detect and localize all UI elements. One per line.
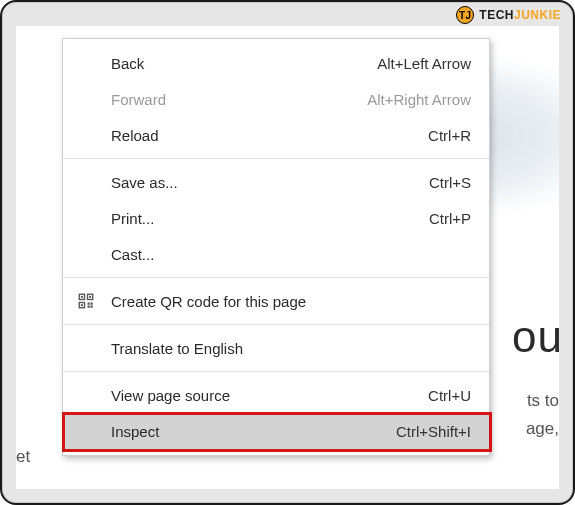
menu-separator [63, 371, 489, 372]
svg-rect-4 [89, 296, 91, 298]
menu-item-shortcut: Ctrl+Shift+I [396, 423, 471, 440]
menu-item-label: Create QR code for this page [111, 293, 471, 310]
menu-item-cast[interactable]: Cast... [63, 236, 489, 272]
menu-item-shortcut: Alt+Right Arrow [367, 91, 471, 108]
menu-item-translate[interactable]: Translate to English [63, 330, 489, 366]
menu-item-shortcut: Ctrl+P [429, 210, 471, 227]
menu-item-back[interactable]: BackAlt+Left Arrow [63, 45, 489, 81]
svg-rect-8 [88, 306, 90, 308]
watermark-text: TECHJUNKIE [479, 8, 561, 22]
context-menu[interactable]: BackAlt+Left ArrowForwardAlt+Right Arrow… [62, 38, 490, 456]
menu-item-label: Back [111, 55, 377, 72]
menu-item-qr[interactable]: Create QR code for this page [63, 283, 489, 319]
menu-item-print[interactable]: Print...Ctrl+P [63, 200, 489, 236]
menu-item-forward: ForwardAlt+Right Arrow [63, 81, 489, 117]
page-fragment-heading: ou [512, 304, 559, 370]
menu-item-reload[interactable]: ReloadCtrl+R [63, 117, 489, 153]
menu-item-label: Translate to English [111, 340, 471, 357]
page-fragment-line2: age, [526, 416, 559, 442]
svg-rect-5 [81, 304, 83, 306]
menu-item-label: Reload [111, 127, 428, 144]
menu-item-label: Forward [111, 91, 367, 108]
menu-item-shortcut: Ctrl+R [428, 127, 471, 144]
menu-separator [63, 158, 489, 159]
menu-item-label: Save as... [111, 174, 429, 191]
svg-rect-9 [91, 306, 93, 308]
watermark: TJ TECHJUNKIE [456, 6, 561, 24]
menu-item-shortcut: Ctrl+S [429, 174, 471, 191]
svg-rect-3 [81, 296, 83, 298]
menu-item-shortcut: Ctrl+U [428, 387, 471, 404]
watermark-prefix: TECH [479, 8, 514, 22]
menu-item-saveas[interactable]: Save as...Ctrl+S [63, 164, 489, 200]
page-fragment-line1: ts to [527, 388, 559, 414]
watermark-accent: JUNKIE [514, 8, 561, 22]
menu-item-label: View page source [111, 387, 428, 404]
svg-rect-7 [91, 303, 93, 305]
screenshot-frame: TJ TECHJUNKIE ou ts to age, et BackAlt+L… [0, 0, 575, 505]
menu-item-shortcut: Alt+Left Arrow [377, 55, 471, 72]
menu-separator [63, 277, 489, 278]
menu-item-label: Inspect [111, 423, 396, 440]
page-fragment-line3: et [16, 444, 30, 470]
svg-rect-6 [88, 303, 90, 305]
menu-item-source[interactable]: View page sourceCtrl+U [63, 377, 489, 413]
watermark-badge-icon: TJ [456, 6, 474, 24]
menu-item-inspect[interactable]: InspectCtrl+Shift+I [63, 413, 489, 449]
menu-separator [63, 324, 489, 325]
qr-code-icon [77, 292, 95, 310]
menu-item-label: Cast... [111, 246, 471, 263]
menu-item-label: Print... [111, 210, 429, 227]
